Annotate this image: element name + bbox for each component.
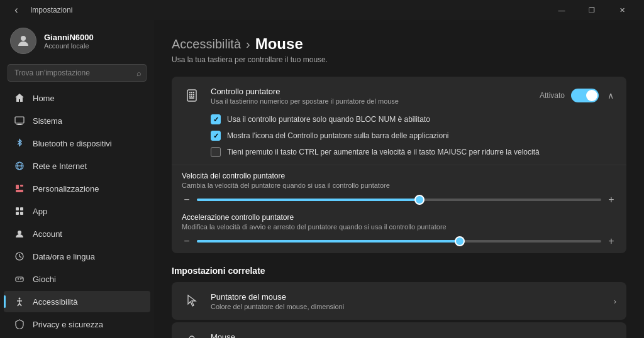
svg-rect-11 bbox=[20, 207, 23, 210]
back-button[interactable]: ‹ bbox=[8, 1, 25, 19]
related-card-mouse[interactable]: Mouse Velocità del puntatore del mouse, … bbox=[172, 322, 626, 338]
sidebar-item-giochi[interactable]: Giochi bbox=[4, 268, 150, 290]
expand-button[interactable]: ∧ bbox=[605, 89, 616, 102]
card-right: Attivato ∧ bbox=[540, 89, 616, 102]
slider-1-minus[interactable]: − bbox=[182, 194, 192, 205]
related-chevron-1: › bbox=[614, 297, 616, 306]
bluetooth-icon bbox=[14, 138, 25, 149]
home-icon bbox=[14, 92, 25, 104]
sidebar-item-label: Account bbox=[33, 229, 140, 239]
slider-2-track[interactable] bbox=[197, 240, 601, 243]
sidebar-item-label: Privacy e sicurezza bbox=[33, 320, 140, 329]
sidebar-item-label: App bbox=[33, 207, 140, 216]
slider-2-plus[interactable]: + bbox=[606, 236, 616, 247]
svg-rect-1 bbox=[15, 117, 24, 123]
slider-1-control: − + bbox=[182, 194, 616, 205]
slider-1-title: Velocità del controllo puntatore bbox=[182, 172, 616, 180]
sidebar-item-account[interactable]: Account bbox=[4, 223, 150, 244]
sidebar-item-label: Rete e Internet bbox=[33, 161, 140, 171]
checkbox-1[interactable] bbox=[211, 114, 221, 124]
svg-rect-38 bbox=[189, 97, 194, 99]
svg-point-0 bbox=[21, 36, 26, 41]
rete-icon bbox=[14, 160, 25, 172]
related-card-puntatore[interactable]: Puntatore del mouse Colore del puntatore… bbox=[172, 282, 626, 320]
card-desc: Usa il tastierino numerico per spostare … bbox=[211, 97, 531, 105]
titlebar: ‹ Impostazioni — ❐ ✕ bbox=[0, 0, 644, 20]
checkbox-2[interactable] bbox=[211, 131, 221, 141]
slider-1-track[interactable] bbox=[197, 199, 601, 201]
svg-point-20 bbox=[21, 278, 23, 279]
option-label-2: Mostra l'icona del Controllo puntatore s… bbox=[227, 131, 449, 140]
giochi-icon bbox=[14, 273, 25, 285]
slider-1-plus[interactable]: + bbox=[606, 194, 616, 205]
svg-rect-36 bbox=[191, 95, 192, 97]
related-desc-1: Colore del puntatore del mouse, dimensio… bbox=[211, 303, 605, 310]
svg-rect-30 bbox=[191, 92, 192, 93]
sidebar-item-sistema[interactable]: Sistema bbox=[4, 110, 150, 131]
svg-rect-29 bbox=[189, 92, 191, 93]
search-box: ⌕ bbox=[8, 64, 147, 82]
user-info: GianniN6000 Account locale bbox=[44, 33, 94, 50]
avatar bbox=[10, 28, 36, 54]
svg-rect-16 bbox=[16, 277, 23, 281]
related-text-2: Mouse Velocità del puntatore del mouse, … bbox=[211, 332, 605, 339]
sidebar-item-rete[interactable]: Rete e Internet bbox=[4, 155, 150, 177]
app-icon bbox=[14, 205, 25, 217]
user-profile[interactable]: GianniN6000 Account locale bbox=[0, 20, 154, 64]
dataora-icon bbox=[14, 251, 25, 262]
slider-2-title: Accelerazione controllo puntatore bbox=[182, 213, 616, 222]
svg-rect-12 bbox=[16, 212, 19, 215]
slider-1-thumb[interactable] bbox=[414, 195, 425, 205]
sidebar-item-label: Home bbox=[33, 94, 140, 103]
personalizzazione-icon bbox=[14, 183, 25, 194]
account-icon bbox=[14, 228, 25, 239]
close-button[interactable]: ✕ bbox=[608, 0, 636, 20]
slider-row-2: Accelerazione controllo puntatore Modifi… bbox=[182, 213, 616, 247]
svg-rect-37 bbox=[193, 95, 194, 97]
maximize-button[interactable]: ❐ bbox=[577, 0, 606, 20]
svg-rect-31 bbox=[193, 92, 194, 93]
svg-rect-7 bbox=[16, 190, 23, 192]
card-options: Usa il controllo puntatore solo quando B… bbox=[172, 114, 626, 165]
accessibilita-icon bbox=[14, 296, 25, 307]
sidebar-item-app[interactable]: App bbox=[4, 200, 150, 222]
related-title-1: Puntatore del mouse bbox=[211, 292, 605, 302]
toggle-knob bbox=[586, 90, 597, 101]
sidebar-item-personalizzazione[interactable]: Personalizzazione bbox=[4, 178, 150, 199]
slider-2-minus[interactable]: − bbox=[182, 236, 192, 247]
breadcrumb-separator: › bbox=[246, 37, 250, 52]
sidebar-item-accessibilita[interactable]: Accessibilità bbox=[4, 291, 150, 312]
card-header: Controllo puntatore Usa il tastierino nu… bbox=[172, 77, 626, 114]
svg-rect-13 bbox=[20, 212, 23, 215]
svg-point-14 bbox=[18, 231, 21, 234]
sidebar-item-dataora[interactable]: Data/ora e lingua bbox=[4, 246, 150, 267]
option-label-1: Usa il controllo puntatore solo quando B… bbox=[227, 115, 430, 124]
card-title: Controllo puntatore bbox=[211, 87, 531, 96]
card-icon bbox=[182, 85, 202, 106]
breadcrumb-parent[interactable]: Accessibilità bbox=[172, 37, 241, 52]
sidebar-item-label: Bluetooth e dispositivi bbox=[33, 139, 140, 148]
related-title-2: Mouse bbox=[211, 332, 605, 339]
search-input[interactable] bbox=[8, 64, 147, 82]
minimize-button[interactable]: — bbox=[547, 0, 576, 20]
content-area: Accessibilità › Mouse Usa la tua tastier… bbox=[154, 20, 644, 338]
checkbox-3[interactable] bbox=[211, 147, 221, 157]
option-label-3: Tieni premuto il tasto CTRL per aumentar… bbox=[227, 148, 540, 156]
window-controls: — ❐ ✕ bbox=[547, 0, 636, 20]
svg-rect-10 bbox=[16, 207, 19, 210]
option-row-2: Mostra l'icona del Controllo puntatore s… bbox=[211, 131, 616, 141]
svg-rect-32 bbox=[189, 94, 191, 95]
toggle-switch[interactable] bbox=[571, 89, 599, 102]
sidebar-item-privacy[interactable]: Privacy e sicurezza bbox=[4, 313, 150, 335]
option-row-1: Usa il controllo puntatore solo quando B… bbox=[211, 114, 616, 124]
user-type: Account locale bbox=[44, 42, 94, 50]
sidebar-item-bluetooth[interactable]: Bluetooth e dispositivi bbox=[4, 133, 150, 154]
search-icon: ⌕ bbox=[136, 68, 142, 78]
svg-point-21 bbox=[19, 298, 21, 300]
svg-line-25 bbox=[19, 303, 21, 306]
puntatore-icon bbox=[182, 291, 202, 311]
sidebar: GianniN6000 Account locale ⌕ Home Sistem… bbox=[0, 20, 154, 338]
controllo-puntatore-card: Controllo puntatore Usa il tastierino nu… bbox=[172, 77, 626, 253]
sidebar-item-home[interactable]: Home bbox=[4, 87, 150, 109]
slider-2-thumb[interactable] bbox=[455, 236, 465, 246]
